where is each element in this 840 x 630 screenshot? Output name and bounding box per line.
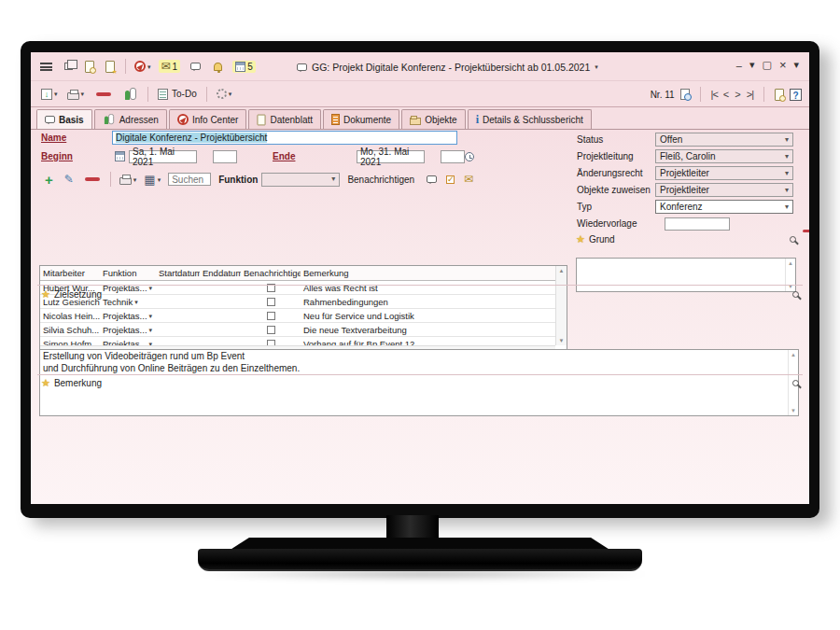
remove-member-button[interactable] <box>85 177 100 181</box>
scroll-up-icon[interactable]: ▲ <box>559 268 565 273</box>
printer-icon <box>67 92 79 100</box>
scroll-down-icon[interactable]: ▼ <box>559 338 565 343</box>
col-header-bemerkung[interactable]: Bemerkung <box>301 268 555 278</box>
menu-icon[interactable] <box>40 63 52 71</box>
col-header-mitarbeiter[interactable]: Mitarbeiter <box>40 268 100 278</box>
nav-next-button[interactable]: > <box>735 89 740 100</box>
cell-bemerkung: Neu für Service und Logistik <box>301 311 555 321</box>
projektleitung-label: Projektleitung <box>577 151 634 161</box>
notify-checkbox[interactable] <box>267 326 275 334</box>
tab-basis[interactable]: Basis <box>36 109 92 129</box>
projektleitung-dropdown[interactable]: Fleiß, Carolin▾ <box>655 149 793 163</box>
notify-checkbox-icon[interactable] <box>446 175 455 184</box>
table-row[interactable]: Nicolas Hein... Projektas...▾ Neu für Se… <box>40 309 555 323</box>
search-input[interactable] <box>168 173 211 186</box>
tab-datenblatt[interactable]: Datenblatt <box>248 109 321 129</box>
col-header-enddatum[interactable]: Enddatum <box>200 268 241 278</box>
divider <box>125 59 126 74</box>
tab-dokumente[interactable]: Dokumente <box>323 109 399 129</box>
wiedervorlage-input[interactable] <box>665 217 730 231</box>
beginn-calendar-icon[interactable] <box>115 151 125 161</box>
tab-objekte[interactable]: Objekte <box>401 109 465 129</box>
delete-button[interactable] <box>96 92 111 96</box>
divider <box>700 87 701 102</box>
typ-dropdown[interactable]: Konferenz▾ <box>655 200 793 214</box>
titlebar: ▾ ✉ 1 5 GG: Projekt Digitale Konferenz -… <box>31 52 809 81</box>
mail-badge-button[interactable]: ✉ 1 <box>159 60 181 73</box>
cell-mitarbeiter: Silvia Schuh... <box>40 325 100 335</box>
schedule-icon[interactable] <box>775 89 784 101</box>
record-history-icon[interactable] <box>680 89 690 100</box>
beginn-date-input[interactable]: Sa, 1. Mai 2021 <box>129 150 197 163</box>
window-icon <box>297 63 307 71</box>
minimize-button[interactable]: ‒ <box>734 60 745 71</box>
grund-scrollbar[interactable]: ▲▼ <box>785 259 795 291</box>
status-dropdown[interactable]: Offen▾ <box>655 133 793 147</box>
compass-icon <box>177 114 189 125</box>
scene: ▾ ✉ 1 5 GG: Projekt Digitale Konferenz -… <box>0 0 840 630</box>
zoom-grund-icon[interactable] <box>790 236 796 243</box>
nav-prev-button[interactable]: < <box>723 89 729 100</box>
name-input[interactable]: Digitale Konferenz - Projektübersicht <box>112 131 457 145</box>
table-row[interactable]: Silvia Schuh... Projektas...▾ Die neue T… <box>40 323 555 337</box>
title-chevron-icon[interactable]: ▾ <box>595 63 598 70</box>
grund-textarea[interactable]: ▲▼ <box>576 258 796 292</box>
ende-time-input[interactable] <box>441 150 465 163</box>
notify-mail-icon[interactable]: ✉ <box>464 174 473 185</box>
funktion-filter-dropdown[interactable]: ▾ <box>261 173 340 187</box>
addresses-icon <box>104 115 115 124</box>
cell-funktion[interactable]: Projektas...▾ <box>100 325 156 335</box>
aenderungsrecht-dropdown[interactable]: Projektleiter▾ <box>655 166 793 180</box>
nav-first-button[interactable]: |< <box>711 89 718 100</box>
projektleitung-value: Fleiß, Carolin <box>660 151 715 161</box>
tab-details-schlussbericht[interactable]: i Details & Schlussbericht <box>468 109 592 129</box>
todo-button[interactable]: To-Do <box>158 89 197 100</box>
edit-member-button[interactable]: ✎ <box>64 174 74 185</box>
zoom-bemerkung-icon[interactable] <box>792 380 799 386</box>
help-button[interactable]: ? <box>790 89 802 101</box>
cell-funktion[interactable]: Projektas...▾ <box>100 311 156 321</box>
table-view-button[interactable]: ▦ ▾ <box>144 174 161 186</box>
tab-info-center[interactable]: Info Center <box>169 109 246 129</box>
funktion-value: Projektas... <box>103 325 147 335</box>
col-header-startdatum[interactable]: Startdatum <box>156 268 200 278</box>
close-options-icon[interactable]: ▾ <box>791 60 802 70</box>
tab-label: Adressen <box>119 115 159 125</box>
name-label: Name <box>41 133 66 143</box>
wiedervorlage-clear-button[interactable] <box>803 230 809 232</box>
save-button[interactable]: ▾ <box>41 89 58 100</box>
col-header-benachrichtigen[interactable]: Benachrichtigen <box>241 268 301 278</box>
todo-label: To-Do <box>172 89 197 99</box>
people-icon[interactable] <box>124 89 137 100</box>
document-history-icon[interactable] <box>85 61 94 73</box>
workflow-button[interactable]: ▾ <box>217 89 232 99</box>
notify-checkbox[interactable] <box>267 312 275 320</box>
info-center-button[interactable]: ▾ <box>134 61 151 72</box>
zoom-zielsetzung-icon[interactable] <box>792 291 799 298</box>
print-list-button[interactable]: ▾ <box>119 174 137 185</box>
notify-chat-icon[interactable] <box>427 175 437 183</box>
tab-adressen[interactable]: Adressen <box>94 109 167 129</box>
ende-time-icon[interactable] <box>465 152 474 161</box>
star-icon: ★ <box>576 234 585 245</box>
benachrichtigen-label: Benachrichtigen <box>347 175 414 185</box>
close-button[interactable]: × <box>777 58 790 72</box>
nav-last-button[interactable]: >| <box>747 89 753 100</box>
bell-icon[interactable] <box>214 63 222 71</box>
minimize-options-icon[interactable]: ▾ <box>747 60 758 70</box>
print-button[interactable]: ▾ <box>67 89 85 100</box>
windows-icon[interactable] <box>64 63 73 70</box>
table-vertical-scrollbar[interactable]: ▲▼ <box>555 266 567 345</box>
beginn-time-input[interactable] <box>213 150 237 163</box>
maximize-button[interactable]: ▢ <box>759 59 774 71</box>
add-member-button[interactable]: + <box>45 173 53 187</box>
monitor-shadow <box>191 567 653 581</box>
notes-badge-button[interactable]: 5 <box>232 61 256 73</box>
ende-date-input[interactable]: Mo, 31. Mai 2021 <box>357 150 425 163</box>
chat-icon[interactable] <box>190 63 201 70</box>
document-favorite-icon[interactable] <box>105 61 115 73</box>
objekte-zuweisen-dropdown[interactable]: Projektleiter▾ <box>655 183 793 197</box>
col-header-funktion[interactable]: Funktion <box>100 268 156 278</box>
tab-label: Details & Schlussbericht <box>483 115 583 125</box>
zielsetzung-label: Zielsetzung <box>54 289 102 300</box>
